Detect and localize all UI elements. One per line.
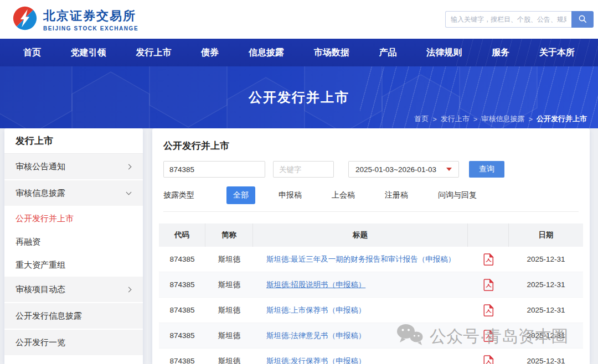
table-header-row: 代码简称标题日期 — [159, 223, 583, 247]
chevron-right-icon — [126, 164, 132, 169]
sidebar-item-再融资[interactable]: 再融资 — [4, 230, 143, 253]
sidebar-item-公开发行并上市[interactable]: 公开发行并上市 — [4, 207, 143, 230]
document-link[interactable]: 斯坦德:法律意见书（申报稿） — [266, 331, 365, 340]
chevron-down-icon — [126, 190, 132, 195]
dropdown-caret-icon — [446, 168, 452, 171]
tab-注册稿[interactable]: 注册稿 — [378, 186, 415, 204]
table-row: 874385斯坦德斯坦德:法律意见书（申报稿）2025-12-31 — [159, 323, 583, 349]
cell-name: 斯坦德 — [205, 254, 253, 264]
sidebar-item-重大资产重组[interactable]: 重大资产重组 — [4, 253, 143, 277]
pdf-icon[interactable] — [483, 355, 494, 364]
top-header: 北京证券交易所 BEIJING STOCK EXCHANGE — [0, 0, 598, 39]
exchange-logo-text: 北京证券交易所 BEIJING STOCK EXCHANGE — [43, 8, 138, 32]
sidebar-item-公开发行信息披露[interactable]: 公开发行信息披露 — [4, 303, 143, 330]
main-navigation: 首页党建引领发行上市债券信息披露市场数据产品法律规则服务关于本所 — [0, 39, 598, 66]
sidebar-title: 发行上市 — [4, 128, 143, 154]
exchange-name-cn: 北京证券交易所 — [43, 8, 138, 24]
sidebar-item-label: 审核项目动态 — [16, 284, 65, 295]
sidebar-item-审核信息披露[interactable]: 审核信息披露 — [4, 180, 143, 207]
panel-title: 公开发行并上市 — [163, 139, 579, 152]
column-header-date: 日期 — [509, 223, 583, 247]
sidebar: 发行上市 审核公告通知审核信息披露公开发行并上市再融资重大资产重组审核项目动态公… — [4, 128, 143, 364]
sidebar-item-公开发行一览[interactable]: 公开发行一览 — [4, 330, 143, 356]
stock-code-input[interactable] — [163, 161, 265, 178]
cell-name: 斯坦德 — [205, 331, 253, 341]
search-icon — [578, 14, 587, 25]
pdf-icon[interactable] — [483, 304, 494, 316]
disclosure-type-label: 披露类型 — [163, 190, 194, 200]
query-button[interactable]: 查询 — [469, 161, 504, 178]
site-search-input[interactable] — [445, 11, 571, 28]
cell-title: 斯坦德:最近三年及一期的财务报告和审计报告（申报稿） — [253, 254, 468, 264]
cell-date: 2025-12-31 — [509, 306, 583, 314]
content-area: 发行上市 审核公告通知审核信息披露公开发行并上市再融资重大资产重组审核项目动态公… — [0, 128, 598, 364]
column-header-title: 标题 — [253, 223, 468, 247]
tab-上会稿[interactable]: 上会稿 — [325, 186, 362, 204]
sidebar-item-label: 审核信息披露 — [16, 188, 65, 199]
disclosure-type-tabs: 披露类型 全部申报稿上会稿注册稿问询与回复 — [163, 186, 579, 212]
sidebar-item-label: 公开发行并上市 — [16, 214, 74, 224]
cell-name: 斯坦德 — [205, 280, 253, 290]
nav-item-产品[interactable]: 产品 — [379, 47, 397, 59]
pdf-icon[interactable] — [483, 330, 494, 342]
table-row: 874385斯坦德斯坦德:发行保荐书（申报稿）2025-12-31 — [159, 349, 583, 364]
cell-date: 2025-12-31 — [509, 255, 583, 263]
cell-title: 斯坦德:发行保荐书（申报稿） — [253, 356, 468, 364]
date-range-select[interactable]: 2025-01-03~2026-01-03 — [348, 161, 459, 178]
nav-item-市场数据[interactable]: 市场数据 — [314, 47, 349, 59]
cell-name: 斯坦德 — [205, 356, 253, 364]
table-body: 874385斯坦德斯坦德:最近三年及一期的财务报告和审计报告（申报稿）2025-… — [159, 247, 583, 364]
exchange-name-en: BEIJING STOCK EXCHANGE — [43, 25, 138, 32]
exchange-logo-icon — [12, 6, 38, 33]
cell-pdf — [468, 253, 509, 266]
column-header-code: 代码 — [159, 223, 205, 247]
column-header-pdf — [468, 223, 509, 247]
filter-bar: 2025-01-03~2026-01-03 查询 — [163, 161, 579, 178]
cell-code: 874385 — [159, 255, 205, 263]
sidebar-item-label: 公开发行信息披露 — [16, 311, 82, 321]
breadcrumb-separator: > — [432, 115, 437, 123]
page-banner: 公开发行并上市 首页>发行上市>审核信息披露>公开发行并上市 — [0, 66, 598, 128]
document-link[interactable]: 斯坦德:发行保荐书（申报稿） — [266, 357, 365, 364]
breadcrumb-item[interactable]: 审核信息披露 — [481, 114, 524, 124]
cell-pdf — [468, 355, 509, 364]
nav-item-关于本所[interactable]: 关于本所 — [539, 47, 575, 59]
pdf-icon[interactable] — [483, 253, 494, 266]
sidebar-item-label: 审核公告通知 — [16, 162, 65, 172]
nav-item-首页[interactable]: 首页 — [23, 47, 41, 59]
nav-item-法律规则[interactable]: 法律规则 — [426, 47, 462, 59]
tab-申报稿[interactable]: 申报稿 — [272, 186, 308, 204]
breadcrumb-item: 公开发行并上市 — [537, 114, 587, 124]
document-link[interactable]: 斯坦德:上市保荐书（申报稿） — [266, 306, 365, 314]
document-link[interactable]: 斯坦德:最近三年及一期的财务报告和审计报告（申报稿） — [266, 255, 455, 263]
cell-code: 874385 — [159, 280, 205, 289]
sidebar-item-label: 再融资 — [16, 237, 40, 247]
nav-item-服务[interactable]: 服务 — [492, 47, 509, 59]
breadcrumb-item[interactable]: 发行上市 — [441, 114, 470, 124]
table-row: 874385斯坦德斯坦德:上市保荐书（申报稿）2025-12-31 — [159, 298, 583, 323]
cell-name: 斯坦德 — [205, 305, 253, 315]
tab-全部[interactable]: 全部 — [226, 186, 255, 204]
document-link[interactable]: 斯坦德:招股说明书（申报稿） — [266, 280, 365, 289]
keyword-input[interactable] — [273, 161, 334, 178]
nav-item-党建引领[interactable]: 党建引领 — [71, 47, 106, 59]
sidebar-item-label: 公开发行一览 — [16, 337, 65, 348]
main-panel: 公开发行并上市 2025-01-03~2026-01-03 查询 披露类型 全部… — [152, 128, 590, 364]
cell-title: 斯坦德:法律意见书（申报稿） — [253, 331, 468, 341]
table-row: 874385斯坦德斯坦德:最近三年及一期的财务报告和审计报告（申报稿）2025-… — [159, 247, 583, 272]
pdf-icon[interactable] — [483, 279, 494, 291]
cell-title: 斯坦德:招股说明书（申报稿） — [253, 280, 468, 290]
sidebar-item-审核项目动态[interactable]: 审核项目动态 — [4, 277, 143, 303]
cell-pdf — [468, 304, 509, 316]
site-search-button[interactable] — [571, 11, 594, 28]
cell-date: 2025-12-31 — [509, 357, 583, 364]
exchange-logo[interactable]: 北京证券交易所 BEIJING STOCK EXCHANGE — [12, 6, 138, 33]
sidebar-item-审核公告通知[interactable]: 审核公告通知 — [4, 154, 143, 180]
breadcrumb-item[interactable]: 首页 — [414, 114, 429, 124]
tab-问询与回复[interactable]: 问询与回复 — [431, 186, 483, 204]
nav-item-信息披露[interactable]: 信息披露 — [249, 47, 284, 59]
nav-item-发行上市[interactable]: 发行上市 — [136, 47, 172, 59]
nav-item-债券[interactable]: 债券 — [201, 47, 219, 59]
cell-code: 874385 — [159, 331, 205, 340]
breadcrumb: 首页>发行上市>审核信息披露>公开发行并上市 — [414, 114, 587, 124]
